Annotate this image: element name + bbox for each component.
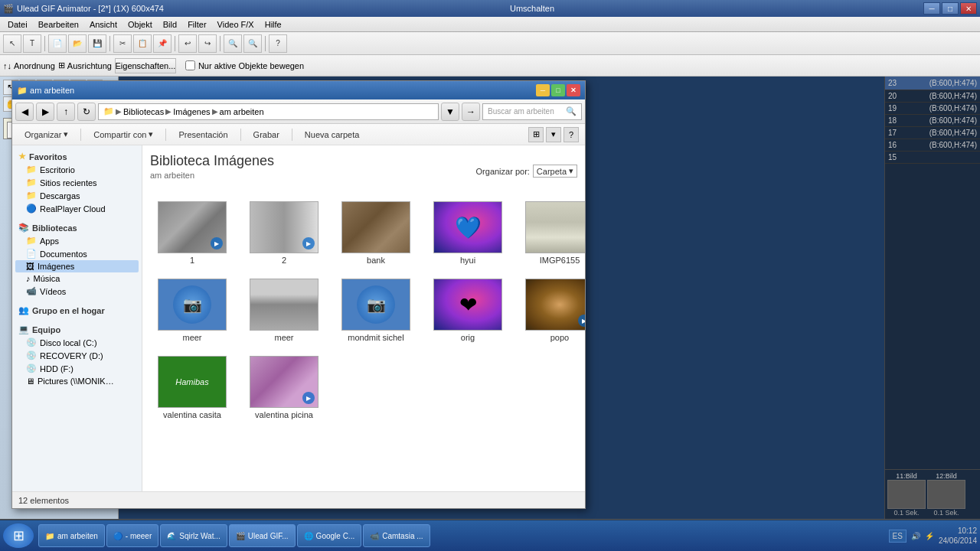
anordnung-label: Anordnung xyxy=(14,61,55,70)
fb-bc-sep2: ▶ xyxy=(165,107,172,116)
menu-filter[interactable]: Filter xyxy=(183,18,211,31)
sidebar-item-musica[interactable]: ♪ Música xyxy=(15,272,139,285)
close-button[interactable]: ✕ xyxy=(960,2,977,15)
list-item[interactable]: 💙 hyui xyxy=(426,198,510,268)
sidebar-item-documentos[interactable]: 📄 Documentos xyxy=(15,247,139,260)
taskbar-btn-meeer[interactable]: 🔵 - meeer xyxy=(106,524,158,547)
sort-select-btn[interactable]: Carpeta ▾ xyxy=(533,165,577,178)
list-item[interactable]: bank xyxy=(334,198,418,268)
fb-forward-btn[interactable]: ▶ xyxy=(36,103,54,121)
fb-view-toggle-btn[interactable]: ▾ xyxy=(546,127,561,142)
sidebar-item-imagenes[interactable]: 🖼 Imágenes xyxy=(15,260,139,272)
list-item[interactable]: meer xyxy=(242,276,326,345)
list-item[interactable]: ▶ valentina picina xyxy=(242,353,326,422)
taskbar-btn-am-arbeiten[interactable]: 📁 am arbeiten xyxy=(38,524,105,547)
cut-btn[interactable]: ✂ xyxy=(113,34,132,53)
fb-addr-expand-btn[interactable]: ▼ xyxy=(441,103,459,121)
taskbar-btn-ulead[interactable]: 🎬 Ulead GIF... xyxy=(229,524,296,547)
sidebar-item-recovery[interactable]: 💿 RECOVERY (D:) xyxy=(15,349,139,362)
fb-maximize-btn[interactable]: □ xyxy=(551,84,565,96)
minimize-button[interactable]: ─ xyxy=(923,2,940,15)
fb-bc-imagenes[interactable]: Imágenes xyxy=(173,107,210,116)
maximize-button[interactable]: □ xyxy=(942,2,959,15)
list-item[interactable]: IMGP6155 xyxy=(518,198,585,268)
taskbar-btn-google[interactable]: 🌐 Google C... xyxy=(297,524,362,547)
list-item[interactable]: 📷 mondmit sichel xyxy=(334,276,418,345)
list-item[interactable]: ▶ popo xyxy=(518,276,585,345)
eigenschaften-button[interactable]: Eigenschaften... xyxy=(115,58,176,73)
drive-d-icon: 💿 xyxy=(26,350,37,360)
select-tool[interactable]: ↖ xyxy=(3,34,21,53)
sidebar-item-descargas[interactable]: 📁 Descargas xyxy=(15,189,139,202)
menu-ansicht[interactable]: Ansicht xyxy=(85,18,122,31)
taskbar-btn-camtasia[interactable]: 📹 Camtasia ... xyxy=(363,524,430,547)
play-overlay-icon: ▶ xyxy=(211,237,223,249)
fb-compartir-btn[interactable]: Compartir con ▾ xyxy=(87,128,159,141)
fb-organizar-btn[interactable]: Organizar ▾ xyxy=(18,128,74,141)
fb-navigate-btn[interactable]: → xyxy=(462,103,480,121)
fb-compartir-label: Compartir con xyxy=(93,130,146,139)
nur-aktive-checkbox[interactable] xyxy=(185,60,195,70)
sidebar-item-escritorio[interactable]: 📁 Escritorio xyxy=(15,163,139,176)
menu-objekt[interactable]: Objekt xyxy=(123,18,157,31)
rp-frame-19: 19 xyxy=(888,104,897,112)
fb-nueva-carpeta-btn[interactable]: Nueva carpeta xyxy=(299,129,366,141)
fb-minimize-btn[interactable]: ─ xyxy=(536,84,550,96)
item-thumb-bank xyxy=(341,201,410,253)
fb-refresh-btn[interactable]: ↻ xyxy=(77,103,96,121)
copy-btn[interactable]: 📋 xyxy=(133,34,152,53)
menu-bild[interactable]: Bild xyxy=(158,18,181,31)
sidebar-item-sitios-recientes[interactable]: 📁 Sitios recientes xyxy=(15,176,139,189)
taskbar-ulead-label: Ulead GIF... xyxy=(248,532,289,540)
favoritos-label: Favoritos xyxy=(29,152,67,161)
fb-bc-am-arbeiten[interactable]: am arbeiten xyxy=(220,107,264,116)
rp-bild-12-time: 0.1 Sek. xyxy=(927,509,965,517)
fb-view-icon-btn[interactable]: ⊞ xyxy=(528,127,544,142)
sidebar-item-hdd-f[interactable]: 💿 HDD (F:) xyxy=(15,362,139,375)
menu-bearbeiten[interactable]: Bearbeiten xyxy=(34,18,83,31)
new-btn[interactable]: 📄 xyxy=(48,34,67,53)
taskbar-google-label: Google C... xyxy=(316,532,355,540)
menu-datei[interactable]: Datei xyxy=(3,18,32,31)
taskbar-btn-sqirlz[interactable]: 🌊 Sqirlz Wat... xyxy=(160,524,227,547)
fb-grabar-btn[interactable]: Grabar xyxy=(247,129,286,141)
menu-videofx[interactable]: Video F/X xyxy=(213,18,259,31)
undo-btn[interactable]: ↩ xyxy=(178,34,197,53)
app-titlebar: 🎬 Ulead GIF Animator - [2*] (1X) 600x474… xyxy=(0,0,980,17)
sidebar-item-realplayer[interactable]: 🔵 RealPlayer Cloud xyxy=(15,202,139,215)
fb-help-btn[interactable]: ? xyxy=(564,127,579,142)
list-item[interactable]: Hamibas valentina casita xyxy=(150,353,234,422)
fb-back-btn[interactable]: ◀ xyxy=(15,103,34,121)
open-btn[interactable]: 📂 xyxy=(68,34,87,53)
sidebar-item-disco-c[interactable]: 💿 Disco local (C:) xyxy=(15,336,139,349)
fb-up-btn[interactable]: ↑ xyxy=(57,103,75,121)
fb-bc-bibliotecas[interactable]: Bibliotecas xyxy=(123,107,164,116)
list-item[interactable]: 📷 meer xyxy=(150,276,234,345)
fb-nueva-carpeta-label: Nueva carpeta xyxy=(305,130,360,139)
list-item[interactable]: ▶ 2 xyxy=(242,198,326,268)
imagenes-label: Imágenes xyxy=(38,262,74,271)
list-item[interactable]: ❤ orig xyxy=(426,276,510,345)
fb-address-bar[interactable]: 📁 ▶ Bibliotecas ▶ Imágenes ▶ am arbeiten xyxy=(98,103,439,120)
list-item[interactable]: ▶ 1 xyxy=(150,198,234,268)
paste-btn[interactable]: 📌 xyxy=(153,34,172,53)
menu-hilfe[interactable]: Hilfe xyxy=(260,18,286,31)
fb-close-btn[interactable]: ✕ xyxy=(567,84,580,96)
fb-search-box[interactable]: Buscar am arbeiten 🔍 xyxy=(482,103,582,120)
equipo-label: Equipo xyxy=(32,325,60,334)
sidebar-item-videos[interactable]: 📹 Vídeos xyxy=(15,285,139,298)
redo-btn[interactable]: ↪ xyxy=(198,34,217,53)
clock-date: 24/06/2014 xyxy=(939,536,977,546)
app-window: 🎬 Ulead GIF Animator - [2*] (1X) 600x474… xyxy=(0,0,980,551)
text-tool[interactable]: T xyxy=(23,34,41,53)
save-btn[interactable]: 💾 xyxy=(88,34,106,53)
sidebar-item-apps[interactable]: 📁 Apps xyxy=(15,234,139,247)
zoom-out-btn[interactable]: 🔍 xyxy=(243,34,262,53)
fb-presentacion-btn[interactable]: Presentación xyxy=(172,129,234,141)
webcam-icon2: 📷 xyxy=(357,285,395,324)
start-button[interactable]: ⊞ xyxy=(3,523,34,548)
help-btn[interactable]: ? xyxy=(269,34,287,53)
sidebar-item-pictures1[interactable]: 🖥 Pictures (\\MONIKA-HP\ xyxy=(15,375,139,387)
sort-label: Organizar por: xyxy=(476,167,530,176)
zoom-in-btn[interactable]: 🔍 xyxy=(224,34,242,53)
